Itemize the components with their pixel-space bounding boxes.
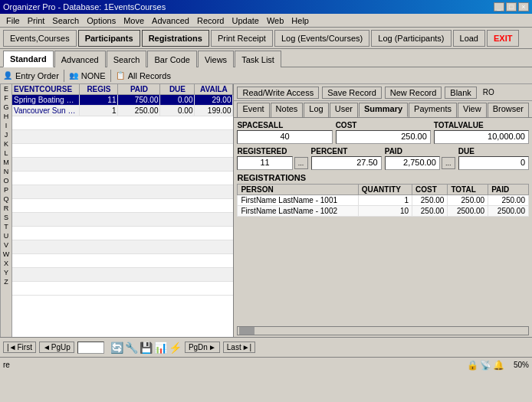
menu-search[interactable]: Search <box>49 15 82 26</box>
menu-help[interactable]: Help <box>288 15 312 26</box>
last-label: Last <box>227 343 241 351</box>
tab-view[interactable]: View <box>458 103 487 117</box>
btn-events-courses[interactable]: Events,Courses <box>3 30 77 47</box>
alpha-l[interactable]: L <box>1 149 11 158</box>
lightning-icon[interactable]: ⚡ <box>169 342 182 354</box>
scroll-thumb[interactable] <box>239 327 255 335</box>
reg-row[interactable]: FirstName LastName - 1002 10 250.00 2500… <box>238 206 529 217</box>
menu-update[interactable]: Update <box>228 15 261 26</box>
alpha-e[interactable]: E <box>1 84 11 93</box>
totalvalue-value[interactable]: 10,000.00 <box>434 130 529 144</box>
read-write-btn[interactable]: Read/Write Access <box>237 87 319 99</box>
tab-log[interactable]: Log <box>304 103 328 117</box>
due-value[interactable]: 0 <box>458 156 529 170</box>
tab-event[interactable]: Event <box>237 103 269 117</box>
new-record-btn[interactable]: New Record <box>385 87 442 99</box>
menu-file[interactable]: File <box>3 15 23 26</box>
first-btn[interactable]: |◄ First <box>3 342 36 353</box>
list-item[interactable]: Spring Boating Class - 2011 - E1C 11 750… <box>12 95 233 106</box>
event-due-1: 0.00 <box>160 106 195 116</box>
tab-tasklist[interactable]: Task List <box>235 51 281 67</box>
database-icon[interactable]: 💾 <box>140 342 153 354</box>
toolbar: Events,Courses Participants Registration… <box>0 28 532 49</box>
pgup-btn[interactable]: ◄ PgUp <box>39 342 74 353</box>
paid-ellipsis[interactable]: ... <box>442 157 455 169</box>
tab-barcode[interactable]: Bar Code <box>147 51 196 67</box>
close-btn[interactable]: × <box>518 2 529 11</box>
alpha-g[interactable]: G <box>1 103 11 112</box>
tab-advanced[interactable]: Advanced <box>54 51 106 67</box>
btn-registrations[interactable]: Registrations <box>142 30 209 47</box>
list-item-empty <box>12 185 233 199</box>
tab-browser[interactable]: Browser <box>488 103 529 117</box>
save-record-btn[interactable]: Save Record <box>322 87 382 99</box>
alpha-j[interactable]: J <box>1 130 11 139</box>
reg-row[interactable]: FirstName LastName - 1001 1 250.00 250.0… <box>238 195 529 206</box>
menu-print[interactable]: Print <box>25 15 48 26</box>
col-due: DUE <box>160 84 195 94</box>
event-regis-1: 1 <box>80 106 118 116</box>
paid-value[interactable]: 2,750.00 <box>385 156 440 170</box>
menu-record[interactable]: Record <box>194 15 227 26</box>
alpha-h[interactable]: H <box>1 112 11 121</box>
maximize-btn[interactable]: □ <box>506 2 517 11</box>
tab-search[interactable]: Search <box>107 51 147 67</box>
btn-exit[interactable]: EXIT <box>487 30 519 47</box>
event-paid-1: 250.00 <box>118 106 160 116</box>
tools-icon[interactable]: 🔧 <box>125 342 138 354</box>
last-btn[interactable]: Last ►| <box>223 342 255 353</box>
alpha-r[interactable]: R <box>1 204 11 213</box>
btn-log-participants[interactable]: Log (Participants) <box>371 30 451 47</box>
alpha-v[interactable]: V <box>1 240 11 250</box>
alpha-f[interactable]: F <box>1 93 11 103</box>
reg-col-total: TOTAL <box>448 185 488 195</box>
tab-payments[interactable]: Payments <box>409 103 457 117</box>
menu-move[interactable]: Move <box>120 15 147 26</box>
tab-user[interactable]: User <box>330 103 358 117</box>
list-item[interactable]: Vancouver Sun Conference (SAI 1 250.00 0… <box>12 106 233 116</box>
registered-value[interactable]: 11 <box>237 156 292 170</box>
btn-log-events[interactable]: Log (Events/Courses) <box>274 30 369 47</box>
alpha-n[interactable]: N <box>1 167 11 176</box>
alpha-u[interactable]: U <box>1 231 11 240</box>
alpha-o[interactable]: O <box>1 176 11 185</box>
alpha-k[interactable]: K <box>1 139 11 149</box>
alpha-w[interactable]: W <box>1 250 11 259</box>
event-name-0: Spring Boating Class - 2011 - E1C <box>12 95 80 105</box>
alpha-i[interactable]: I <box>1 121 11 130</box>
alpha-y[interactable]: Y <box>1 268 11 277</box>
percent-value[interactable]: 27.50 <box>311 156 382 170</box>
blank-btn[interactable]: Blank <box>445 87 477 99</box>
spacesall-value[interactable]: 40 <box>237 130 332 144</box>
tab-notes[interactable]: Notes <box>271 103 304 117</box>
chart-icon[interactable]: 📊 <box>154 342 167 354</box>
cost-value[interactable]: 250.00 <box>336 130 431 144</box>
minimize-btn[interactable]: _ <box>494 2 504 11</box>
btn-participants[interactable]: Participants <box>78 30 140 47</box>
alpha-m[interactable]: M <box>1 158 11 167</box>
menu-web[interactable]: Web <box>264 15 287 26</box>
pgdn-btn[interactable]: PgDn ► <box>185 342 220 353</box>
reg-scroll-h[interactable] <box>237 326 529 335</box>
tab-standard[interactable]: Standard <box>3 51 54 67</box>
app-title: Organizer Pro - Database: 1EventsCourses <box>3 2 166 11</box>
refresh-icon[interactable]: 🔄 <box>110 342 123 354</box>
menu-advanced[interactable]: Advanced <box>149 15 192 26</box>
page-input[interactable] <box>77 342 104 354</box>
menu-options[interactable]: Options <box>84 15 119 26</box>
pgup-arrow: ◄ <box>43 343 51 351</box>
btn-load[interactable]: Load <box>453 30 485 47</box>
alpha-q[interactable]: Q <box>1 194 11 204</box>
alpha-x[interactable]: X <box>1 259 11 268</box>
registered-ellipsis[interactable]: ... <box>294 157 308 169</box>
tab-summary[interactable]: Summary <box>359 103 408 117</box>
spacesall-field: SPACESALL 40 <box>237 121 332 144</box>
alpha-t[interactable]: T <box>1 222 11 231</box>
filter-icon: 👥 <box>69 71 78 80</box>
alpha-s[interactable]: S <box>1 213 11 222</box>
tab-views[interactable]: Views <box>198 51 234 67</box>
btn-print-receipt[interactable]: Print Receipt <box>211 30 273 47</box>
alpha-p[interactable]: P <box>1 185 11 194</box>
reg-qty-0: 1 <box>358 195 412 206</box>
alpha-z[interactable]: Z <box>1 277 11 286</box>
